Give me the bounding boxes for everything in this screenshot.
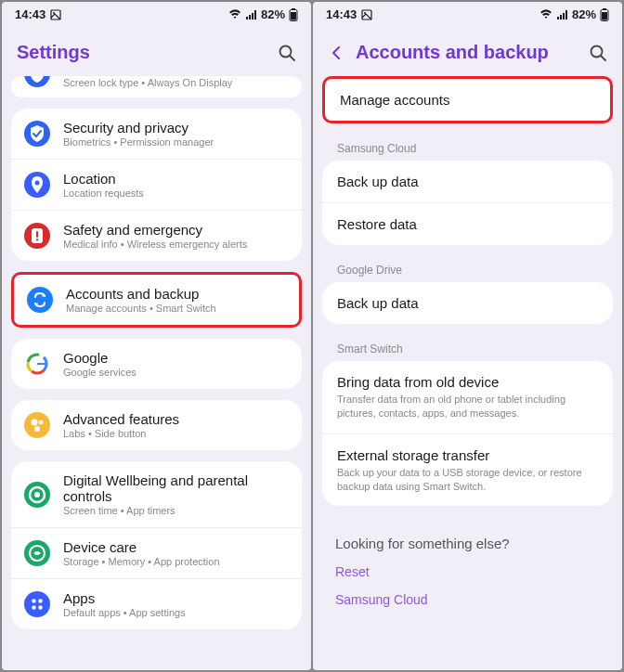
features-icon xyxy=(24,412,50,438)
list-item-title: Restore data xyxy=(337,216,598,232)
svg-point-20 xyxy=(39,420,44,425)
device-icon xyxy=(24,540,50,566)
settings-group: Advanced featuresLabs • Side button xyxy=(11,400,302,450)
item-title: Security and privacy xyxy=(63,120,289,136)
settings-group: GoogleGoogle services xyxy=(11,339,302,389)
footer-section: Looking for something else?ResetSamsung … xyxy=(322,517,613,631)
list-item[interactable]: Back up data xyxy=(322,161,613,202)
footer-link[interactable]: Reset xyxy=(335,564,600,579)
status-image-icon xyxy=(50,9,61,20)
settings-item[interactable]: Security and privacyBiometrics • Permiss… xyxy=(11,109,302,159)
svg-point-9 xyxy=(35,181,40,186)
list-item-title: Manage accounts xyxy=(340,92,595,108)
settings-item[interactable]: Screen lock type • Always On Display xyxy=(11,76,302,97)
svg-point-29 xyxy=(38,599,42,602)
svg-point-31 xyxy=(38,605,42,609)
svg-rect-4 xyxy=(291,12,296,20)
item-subtitle: Google services xyxy=(63,367,289,378)
battery-icon xyxy=(600,8,609,21)
settings-item[interactable]: Accounts and backupManage accounts • Sma… xyxy=(14,275,299,325)
settings-group: Digital Wellbeing and parental controlsS… xyxy=(11,461,302,629)
list-item[interactable]: Back up data xyxy=(322,282,613,324)
status-bar: 14:43 82% xyxy=(313,2,622,25)
settings-item[interactable]: LocationLocation requests xyxy=(11,159,302,210)
item-subtitle: Medical info • Wireless emergency alerts xyxy=(63,239,289,250)
signal-icon xyxy=(245,9,257,19)
status-bar: 14:43 82% xyxy=(2,2,311,25)
list-item[interactable]: Manage accounts xyxy=(325,79,610,121)
item-title: Apps xyxy=(63,590,289,606)
settings-item[interactable]: AppsDefault apps • App settings xyxy=(11,578,302,629)
list-group: Bring data from old deviceTransfer data … xyxy=(322,361,613,506)
item-text: Security and privacyBiometrics • Permiss… xyxy=(63,120,289,148)
item-subtitle: Screen lock type • Always On Display xyxy=(63,77,289,88)
item-subtitle: Biometrics • Permission manager xyxy=(63,136,289,148)
section-label: Google Drive xyxy=(322,256,613,282)
page-title: Settings xyxy=(17,42,90,63)
settings-group: Screen lock type • Always On Display xyxy=(11,76,302,97)
shield-check-icon xyxy=(24,121,50,147)
item-subtitle: Location requests xyxy=(63,187,289,199)
item-text: AppsDefault apps • App settings xyxy=(63,590,289,618)
settings-group: Accounts and backupManage accounts • Sma… xyxy=(11,272,302,328)
item-subtitle: Manage accounts • Smart Switch xyxy=(66,303,286,314)
shield-icon xyxy=(24,76,50,87)
settings-item[interactable]: GoogleGoogle services xyxy=(11,339,302,389)
item-title: Digital Wellbeing and parental controls xyxy=(63,472,289,504)
item-title: Google xyxy=(63,350,289,366)
item-subtitle: Default apps • App settings xyxy=(63,607,289,618)
svg-rect-36 xyxy=(602,12,607,20)
accounts-backup-screen: 14:43 82% Accounts and backup Manage acc… xyxy=(313,2,622,670)
footer-link[interactable]: Samsung Cloud xyxy=(335,592,600,607)
item-text: Advanced featuresLabs • Side button xyxy=(63,411,289,439)
item-text: GoogleGoogle services xyxy=(63,350,289,378)
svg-point-18 xyxy=(24,412,50,438)
list-item[interactable]: Restore data xyxy=(322,202,613,245)
list-item-title: Bring data from old device xyxy=(337,374,598,390)
settings-item[interactable]: Digital Wellbeing and parental controlsS… xyxy=(11,461,302,527)
list-item-subtitle: Transfer data from an old phone or table… xyxy=(337,393,598,420)
apps-icon xyxy=(24,591,50,617)
back-icon[interactable] xyxy=(328,45,344,61)
item-subtitle: Screen time • App timers xyxy=(63,505,289,516)
item-text: Accounts and backupManage accounts • Sma… xyxy=(66,286,286,314)
svg-point-27 xyxy=(24,591,50,617)
header: Settings xyxy=(2,25,311,76)
item-text: LocationLocation requests xyxy=(63,171,289,199)
list-item[interactable]: Bring data from old deviceTransfer data … xyxy=(322,361,613,433)
search-icon[interactable] xyxy=(589,44,607,62)
list-item-title: Back up data xyxy=(337,174,598,189)
item-text: Screen lock type • Always On Display xyxy=(63,76,289,88)
header: Accounts and backup xyxy=(313,25,622,76)
search-icon[interactable] xyxy=(278,44,296,62)
item-text: Digital Wellbeing and parental controlsS… xyxy=(63,472,289,516)
svg-point-12 xyxy=(27,287,53,313)
alert-icon xyxy=(24,223,50,249)
battery-percent: 82% xyxy=(572,7,596,21)
settings-group: Security and privacyBiometrics • Permiss… xyxy=(11,109,302,261)
google-icon xyxy=(24,351,50,377)
item-title: Device care xyxy=(63,539,289,555)
wifi-icon xyxy=(540,9,552,19)
settings-item[interactable]: Device careStorage • Memory • App protec… xyxy=(11,527,302,578)
svg-point-21 xyxy=(34,426,40,432)
item-subtitle: Storage • Memory • App protection xyxy=(63,556,289,567)
list-group: Back up data xyxy=(322,282,613,324)
list-item[interactable]: External storage transferBack up your da… xyxy=(322,433,613,507)
section-label: Samsung Cloud xyxy=(322,135,613,161)
signal-icon xyxy=(556,9,568,19)
wifi-icon xyxy=(228,9,241,19)
item-text: Safety and emergencyMedical info • Wirel… xyxy=(63,222,289,250)
list-group: Back up dataRestore data xyxy=(322,161,613,245)
item-title: Advanced features xyxy=(63,411,289,427)
settings-item[interactable]: Advanced featuresLabs • Side button xyxy=(11,400,302,450)
item-title: Safety and emergency xyxy=(63,222,289,238)
battery-icon xyxy=(289,8,298,21)
status-time: 14:43 xyxy=(15,7,46,21)
list-group: Manage accounts xyxy=(322,76,613,123)
item-title: Location xyxy=(63,171,289,187)
list-item-title: Back up data xyxy=(337,295,598,311)
svg-point-30 xyxy=(32,605,35,609)
status-image-icon xyxy=(361,9,372,20)
settings-item[interactable]: Safety and emergencyMedical info • Wirel… xyxy=(11,210,302,261)
